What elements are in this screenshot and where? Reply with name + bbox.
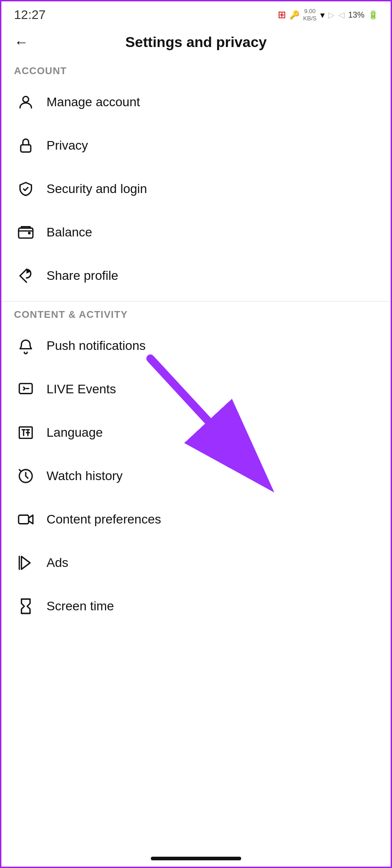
back-button[interactable]: ← <box>14 34 28 51</box>
menu-item-content-preferences[interactable]: Content preferences <box>1 498 391 541</box>
menu-item-balance[interactable]: Balance <box>1 211 391 254</box>
status-icons: ⊞ 🔑 9.00KB/S ▾ ▷ ◁ 13% 🔋 <box>278 8 378 22</box>
person-icon <box>14 90 37 114</box>
manage-account-label: Manage account <box>47 95 140 109</box>
menu-item-push-notifications[interactable]: Push notifications <box>1 324 391 368</box>
battery-icon: 🔋 <box>368 10 378 20</box>
ads-label: Ads <box>47 556 68 570</box>
section-content-activity-header: CONTENT & ACTIVITY <box>1 305 391 324</box>
shield-icon <box>14 177 37 201</box>
content-preferences-label: Content preferences <box>47 512 161 527</box>
language-icon <box>14 421 37 444</box>
screen-time-label: Screen time <box>47 599 114 613</box>
status-bar: 12:27 ⊞ 🔑 9.00KB/S ▾ ▷ ◁ 13% 🔋 <box>1 1 391 27</box>
battery-percent: 13% <box>348 10 364 20</box>
status-time: 12:27 <box>14 8 46 22</box>
page-title: Settings and privacy <box>37 34 355 51</box>
watch-history-label: Watch history <box>47 469 123 483</box>
section-account-header: ACCOUNT <box>1 61 391 80</box>
menu-item-manage-account[interactable]: Manage account <box>1 80 391 124</box>
wallet-icon <box>14 221 37 244</box>
menu-item-live-events[interactable]: LIVE Events <box>1 368 391 411</box>
svg-rect-1 <box>21 145 31 152</box>
security-login-label: Security and login <box>47 182 147 196</box>
svg-rect-3 <box>19 383 33 393</box>
lock-icon <box>14 134 37 157</box>
live-icon <box>14 377 37 401</box>
privacy-label: Privacy <box>47 138 88 153</box>
network-speed: 9.00KB/S <box>303 8 317 22</box>
menu-item-screen-time[interactable]: Screen time <box>1 585 391 628</box>
language-label: Language <box>47 425 103 440</box>
key-icon: 🔑 <box>289 10 299 20</box>
signal-icon: ▷ <box>328 10 335 20</box>
menu-item-privacy[interactable]: Privacy <box>1 124 391 167</box>
svg-rect-2 <box>19 228 33 238</box>
section-divider <box>1 301 391 302</box>
screenshot-icon: ⊞ <box>278 9 286 21</box>
hourglass-icon <box>14 594 37 618</box>
svg-marker-7 <box>22 557 30 570</box>
bell-icon <box>14 334 37 358</box>
video-icon <box>14 508 37 531</box>
menu-item-watch-history[interactable]: Watch history <box>1 454 391 498</box>
signal-icon-2: ◁ <box>338 10 345 20</box>
menu-item-share-profile[interactable]: Share profile <box>1 254 391 297</box>
svg-rect-4 <box>19 427 33 438</box>
share-icon <box>14 264 37 288</box>
share-profile-label: Share profile <box>47 269 118 283</box>
push-notifications-label: Push notifications <box>47 339 145 353</box>
balance-label: Balance <box>47 225 92 240</box>
menu-item-security-login[interactable]: Security and login <box>1 167 391 211</box>
menu-item-ads[interactable]: Ads <box>1 541 391 585</box>
page-header: ← Settings and privacy <box>1 27 391 61</box>
wifi-icon: ▾ <box>320 9 325 20</box>
live-events-label: LIVE Events <box>47 382 116 396</box>
home-indicator <box>151 857 241 860</box>
ads-icon <box>14 551 37 575</box>
history-icon <box>14 464 37 488</box>
menu-item-language[interactable]: Language <box>1 411 391 454</box>
svg-rect-6 <box>19 515 28 524</box>
svg-point-0 <box>23 96 29 102</box>
